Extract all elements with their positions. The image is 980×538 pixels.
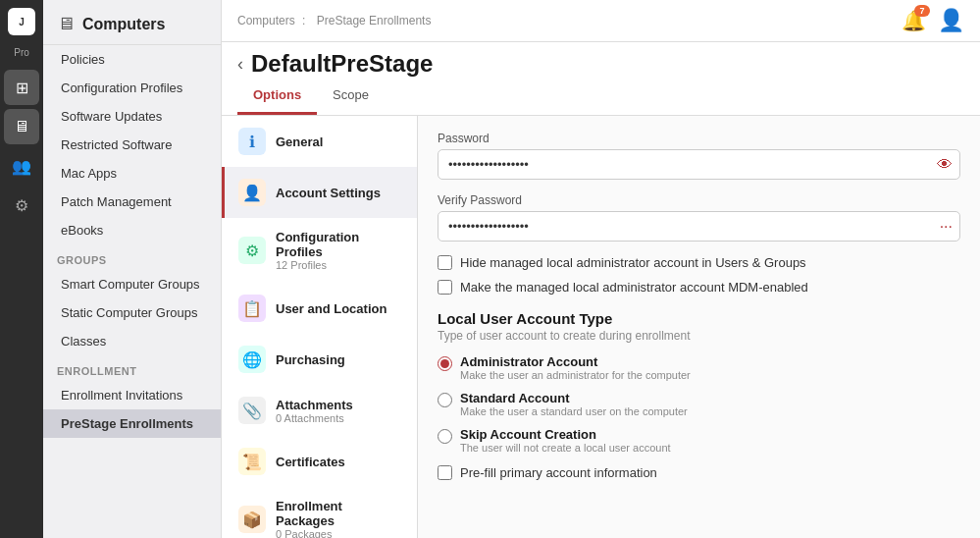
- user-location-nav-icon: 📋: [238, 295, 266, 322]
- account-settings-nav-icon: 👤: [238, 179, 266, 206]
- sidebar-item-classes[interactable]: Classes: [43, 327, 221, 355]
- breadcrumb-separator: :: [302, 14, 305, 27]
- tab-options[interactable]: Options: [237, 78, 317, 115]
- radio-standard-row: Standard Account Make the user a standar…: [438, 391, 960, 417]
- radio-standard-desc: Make the user a standard user on the com…: [460, 405, 688, 417]
- config-profiles-nav-sub: 12 Profiles: [276, 259, 403, 271]
- password-input-wrap: 👁: [438, 149, 960, 180]
- radio-standard-label: Standard Account: [460, 391, 688, 405]
- certificates-nav-text: Certificates: [276, 455, 403, 469]
- verify-password-input[interactable]: [438, 211, 960, 242]
- radio-admin[interactable]: [438, 356, 452, 371]
- local-user-section-title: Local User Account Type: [438, 310, 960, 327]
- iconbar-computers[interactable]: 🖥: [4, 109, 39, 144]
- radio-skip[interactable]: [438, 429, 452, 444]
- prefill-label: Pre-fill primary account information: [460, 465, 657, 480]
- purchasing-nav-text: Purchasing: [276, 352, 403, 367]
- main-area: Computers : PreStage Enrollments 🔔 7 👤 ‹…: [222, 0, 980, 538]
- verify-password-input-wrap: ···: [438, 211, 960, 242]
- sidebar-item-patch-management[interactable]: Patch Management: [43, 188, 221, 216]
- password-toggle-button[interactable]: 👁: [937, 156, 953, 174]
- radio-standard-text: Standard Account Make the user a standar…: [460, 391, 688, 417]
- mdm-enabled-checkbox[interactable]: [438, 280, 452, 295]
- options-nav-general[interactable]: ℹ General: [222, 116, 417, 167]
- sidebar-item-configuration-profiles[interactable]: Configuration Profiles: [43, 74, 221, 102]
- options-nav-attachments[interactable]: 📎 Attachments 0 Attachments: [222, 385, 417, 436]
- sidebar-item-policies[interactable]: Policies: [43, 45, 221, 74]
- radio-admin-desc: Make the user an administrator for the c…: [460, 369, 691, 381]
- logo-text: J: [19, 17, 25, 27]
- radio-admin-row: Administrator Account Make the user an a…: [438, 354, 960, 381]
- general-nav-icon: ℹ: [238, 128, 266, 155]
- general-nav-label: General: [276, 134, 403, 149]
- tabs-row: Options Scope: [222, 78, 980, 116]
- attachments-nav-icon: 📎: [238, 397, 266, 424]
- tab-scope[interactable]: Scope: [317, 78, 385, 115]
- account-settings-nav-label: Account Settings: [276, 186, 403, 200]
- notification-button[interactable]: 🔔 7: [902, 9, 926, 32]
- back-button[interactable]: ‹: [237, 54, 243, 75]
- hide-admin-checkbox-row: Hide managed local administrator account…: [438, 255, 960, 270]
- breadcrumb-current: PreStage Enrollments: [317, 14, 432, 27]
- sidebar-item-enrollment-invitations[interactable]: Enrollment Invitations: [43, 381, 221, 409]
- radio-skip-row: Skip Account Creation The user will not …: [438, 427, 960, 454]
- hide-admin-checkbox[interactable]: [438, 255, 452, 270]
- purchasing-nav-icon: 🌐: [238, 346, 266, 373]
- sidebar-item-ebooks[interactable]: eBooks: [43, 216, 221, 244]
- general-nav-text: General: [276, 134, 403, 149]
- sidebar-group-groups: Groups: [43, 244, 221, 270]
- sidebar-header: 🖥 Computers: [43, 0, 221, 45]
- options-nav-certificates[interactable]: 📜 Certificates: [222, 436, 417, 487]
- icon-bar: J Pro ⊞ 🖥 👥 ⚙: [0, 0, 43, 538]
- prefill-checkbox[interactable]: [438, 465, 452, 480]
- account-settings-nav-text: Account Settings: [276, 186, 403, 200]
- radio-skip-label: Skip Account Creation: [460, 427, 671, 442]
- verify-password-toggle-button[interactable]: ···: [940, 218, 953, 236]
- options-nav-account-settings[interactable]: 👤 Account Settings: [222, 167, 417, 218]
- sidebar-item-prestage-enrollments[interactable]: PreStage Enrollments: [43, 409, 221, 438]
- radio-skip-text: Skip Account Creation The user will not …: [460, 427, 671, 454]
- app-title-label: Pro: [14, 47, 29, 58]
- topbar: Computers : PreStage Enrollments 🔔 7 👤: [222, 0, 980, 42]
- radio-admin-text: Administrator Account Make the user an a…: [460, 354, 691, 381]
- radio-skip-desc: The user will not create a local user ac…: [460, 442, 671, 454]
- sidebar-item-smart-computer-groups[interactable]: Smart Computer Groups: [43, 270, 221, 298]
- enrollment-packages-nav-label: Enrollment Packages: [276, 499, 403, 528]
- password-input[interactable]: [438, 149, 960, 180]
- mdm-enabled-label: Make the managed local administrator acc…: [460, 280, 808, 295]
- options-nav-purchasing[interactable]: 🌐 Purchasing: [222, 334, 417, 385]
- page-title: DefaultPreStage: [251, 50, 433, 78]
- app-logo[interactable]: J: [8, 8, 35, 35]
- breadcrumb: Computers : PreStage Enrollments: [237, 14, 435, 27]
- breadcrumb-parent[interactable]: Computers: [237, 14, 295, 27]
- options-nav-enrollment-packages[interactable]: 📦 Enrollment Packages 0 Packages: [222, 487, 417, 538]
- iconbar-dashboard[interactable]: ⊞: [4, 70, 39, 105]
- iconbar-users[interactable]: 👥: [4, 148, 39, 184]
- config-profiles-nav-text: Configuration Profiles 12 Profiles: [276, 230, 403, 271]
- options-nav-configuration-profiles[interactable]: ⚙ Configuration Profiles 12 Profiles: [222, 218, 417, 283]
- enrollment-packages-nav-icon: 📦: [238, 506, 266, 533]
- topbar-right: 🔔 7 👤: [902, 8, 964, 33]
- user-profile-button[interactable]: 👤: [938, 8, 964, 33]
- radio-standard[interactable]: [438, 393, 452, 407]
- iconbar-settings[interactable]: ⚙: [4, 188, 39, 223]
- notification-badge: 7: [914, 5, 930, 17]
- sidebar-title: Computers: [82, 16, 165, 33]
- sidebar-item-software-updates[interactable]: Software Updates: [43, 102, 221, 131]
- options-nav-user-location[interactable]: 📋 User and Location: [222, 283, 417, 334]
- sidebar-item-static-computer-groups[interactable]: Static Computer Groups: [43, 298, 221, 327]
- config-profiles-nav-label: Configuration Profiles: [276, 230, 403, 259]
- config-profiles-nav-icon: ⚙: [238, 237, 266, 264]
- radio-admin-label: Administrator Account: [460, 354, 691, 369]
- sidebar: 🖥 Computers Policies Configuration Profi…: [43, 0, 222, 538]
- hide-admin-label: Hide managed local administrator account…: [460, 255, 806, 270]
- options-nav: ℹ General 👤 Account Settings ⚙ Configura…: [222, 116, 418, 538]
- sidebar-item-restricted-software[interactable]: Restricted Software: [43, 131, 221, 159]
- certificates-nav-label: Certificates: [276, 455, 403, 469]
- enrollment-packages-nav-text: Enrollment Packages 0 Packages: [276, 499, 403, 538]
- sidebar-computers-icon: 🖥: [57, 14, 75, 34]
- attachments-nav-label: Attachments: [276, 398, 403, 412]
- sidebar-item-mac-apps[interactable]: Mac Apps: [43, 159, 221, 188]
- form-area: Password 👁 Verify Password ··· Hide mana…: [418, 116, 980, 538]
- prefill-row: Pre-fill primary account information: [438, 465, 960, 480]
